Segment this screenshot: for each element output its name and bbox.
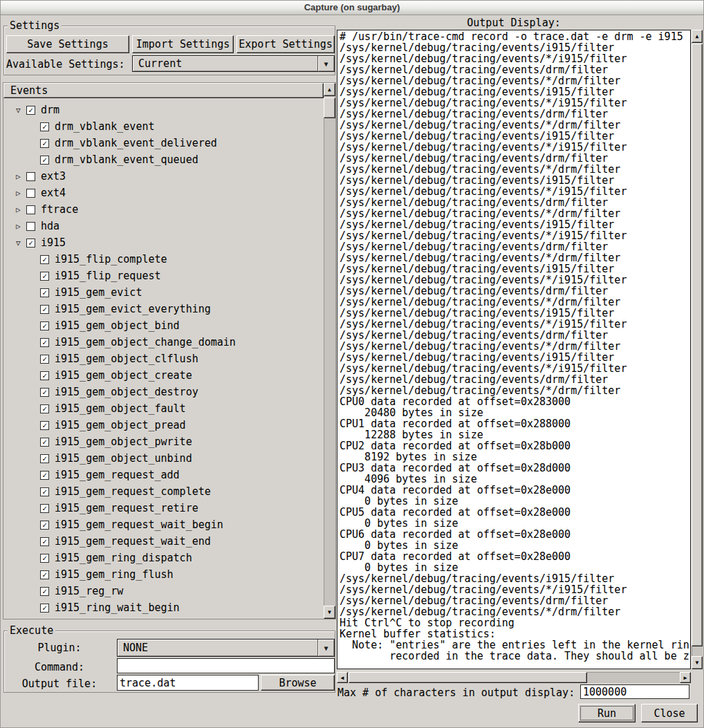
event-checkbox[interactable]: ✓ [40, 487, 49, 496]
tree-row[interactable]: ✓i915_gem_evict [3, 284, 324, 301]
event-checkbox[interactable]: ✓ [40, 156, 49, 165]
scroll-up-icon[interactable]: ▲ [324, 83, 335, 96]
expander-closed-icon[interactable]: ▷ [16, 205, 26, 214]
event-checkbox[interactable]: ✓ [40, 421, 49, 430]
event-checkbox[interactable]: ✓ [40, 321, 49, 330]
event-checkbox[interactable]: ✓ [40, 454, 49, 463]
settings-frame-label: Settings [8, 19, 62, 32]
scroll-down-icon[interactable]: ▼ [324, 606, 335, 619]
scroll-down-icon[interactable]: ▼ [692, 656, 703, 669]
event-checkbox[interactable]: ✓ [40, 587, 49, 596]
event-checkbox[interactable] [26, 222, 35, 231]
event-checkbox[interactable]: ✓ [40, 554, 49, 563]
event-checkbox[interactable]: ✓ [40, 122, 49, 131]
tree-row[interactable]: ▽✓drm [3, 102, 324, 118]
event-checkbox[interactable]: ✓ [40, 338, 49, 347]
output-display-box[interactable]: # /usr/bin/trace-cmd record -o trace.dat… [337, 30, 691, 669]
expander-closed-icon[interactable]: ▷ [16, 222, 26, 231]
tree-row[interactable]: ✓i915_flip_complete [3, 251, 324, 268]
events-scrollbar-thumb[interactable] [324, 97, 335, 118]
expander-open-icon[interactable]: ▽ [16, 106, 26, 115]
scroll-left-icon[interactable]: ◀ [337, 672, 348, 683]
tree-row[interactable]: ✓i915_gem_object_pread [3, 417, 324, 433]
event-checkbox[interactable]: ✓ [26, 239, 35, 248]
save-settings-button[interactable]: Save Settings [6, 35, 129, 53]
chevron-down-icon[interactable]: ▼ [317, 640, 334, 656]
tree-row[interactable]: ✓i915_gem_object_destroy [3, 384, 324, 400]
event-checkbox[interactable]: ✓ [40, 255, 49, 264]
output-vscrollbar-thumb[interactable] [692, 44, 703, 646]
tree-row[interactable]: ▷ftrace [3, 201, 324, 218]
expander-closed-icon[interactable]: ▷ [16, 172, 26, 181]
expander-closed-icon[interactable]: ▷ [16, 189, 26, 198]
plugin-combo[interactable]: NONE ▼ [117, 639, 335, 657]
tree-row[interactable]: ▷hda [3, 218, 324, 234]
available-settings-combo[interactable]: Current ▼ [132, 55, 335, 72]
event-checkbox[interactable]: ✓ [40, 305, 49, 314]
tree-row[interactable]: ✓drm_vblank_event_delivered [3, 135, 324, 151]
event-checkbox[interactable]: ✓ [40, 504, 49, 513]
browse-button[interactable]: Browse [261, 675, 335, 691]
output-file-input[interactable] [117, 675, 259, 691]
event-checkbox[interactable]: ✓ [40, 521, 49, 530]
event-checkbox[interactable]: ✓ [26, 106, 35, 115]
tree-row[interactable]: ✓i915_gem_object_bind [3, 317, 324, 334]
tree-row[interactable]: ✓i915_gem_request_wait_begin [3, 516, 324, 533]
scroll-right-icon[interactable]: ▶ [680, 672, 691, 683]
event-checkbox[interactable]: ✓ [40, 404, 49, 413]
tree-row[interactable]: ▷ext4 [3, 185, 324, 201]
tree-row[interactable]: ✓drm_vblank_event [3, 118, 324, 135]
scroll-up-icon[interactable]: ▲ [692, 30, 703, 43]
tree-row[interactable]: ▷ext3 [3, 168, 324, 185]
output-vscrollbar[interactable]: ▲ ▼ [692, 30, 703, 669]
tree-row[interactable]: ✓i915_gem_object_change_domain [3, 334, 324, 351]
command-input[interactable] [117, 658, 335, 673]
expander-open-icon[interactable]: ▽ [16, 239, 26, 248]
chevron-down-icon[interactable]: ▼ [317, 56, 334, 71]
tree-row[interactable]: ✓i915_ring_wait_begin [3, 599, 324, 616]
export-settings-button[interactable]: Export Settings [237, 35, 335, 53]
titlebar[interactable]: Capture (on sugarbay) [1, 1, 703, 15]
event-checkbox[interactable]: ✓ [40, 537, 49, 546]
events-column-header[interactable]: Events [3, 83, 324, 98]
tree-row[interactable]: ✓i915_gem_request_retire [3, 500, 324, 516]
event-checkbox[interactable]: ✓ [40, 438, 49, 447]
max-chars-label: Max # of characters in output display: [337, 687, 575, 699]
tree-row[interactable]: ✓i915_gem_request_complete [3, 483, 324, 500]
tree-row[interactable]: ✓i915_gem_request_add [3, 467, 324, 483]
tree-row[interactable]: ✓i915_gem_object_pwrite [3, 433, 324, 450]
events-scrollbar[interactable]: ▲ ▼ [324, 83, 335, 619]
close-button[interactable]: Close [641, 704, 698, 722]
event-checkbox[interactable]: ✓ [40, 388, 49, 397]
tree-row[interactable]: ✓i915_gem_evict_everything [3, 301, 324, 317]
tree-row[interactable]: ✓i915_gem_object_clflush [3, 351, 324, 367]
tree-row[interactable]: ✓i915_gem_request_wait_end [3, 533, 324, 550]
tree-row[interactable]: ✓i915_reg_rw [3, 583, 324, 599]
output-hscrollbar[interactable]: ◀ ▶ [337, 672, 691, 683]
import-settings-button[interactable]: Import Settings [132, 35, 234, 53]
tree-row[interactable]: ✓i915_flip_request [3, 268, 324, 284]
tree-row[interactable]: ✓i915_gem_ring_dispatch [3, 550, 324, 566]
event-checkbox[interactable]: ✓ [40, 570, 49, 579]
tree-row[interactable]: ✓i915_gem_ring_flush [3, 566, 324, 583]
event-checkbox[interactable] [26, 172, 35, 181]
max-chars-input[interactable] [580, 684, 689, 699]
tree-row[interactable]: ✓drm_vblank_event_queued [3, 151, 324, 168]
run-button[interactable]: Run [578, 704, 636, 722]
tree-row[interactable]: ✓i915_gem_object_unbind [3, 450, 324, 467]
tree-row[interactable]: ▽✓i915 [3, 234, 324, 251]
tree-row[interactable]: ✓i915_gem_object_fault [3, 400, 324, 417]
event-checkbox[interactable]: ✓ [40, 272, 49, 281]
output-text[interactable]: # /usr/bin/trace-cmd record -o trace.dat… [340, 31, 690, 662]
event-checkbox[interactable]: ✓ [40, 604, 49, 613]
event-checkbox[interactable]: ✓ [40, 471, 49, 480]
event-checkbox[interactable] [26, 189, 35, 198]
event-checkbox[interactable]: ✓ [40, 139, 49, 148]
events-tree[interactable]: ▽✓drm✓drm_vblank_event✓drm_vblank_event_… [3, 98, 324, 619]
event-checkbox[interactable] [26, 205, 35, 214]
event-checkbox[interactable]: ✓ [40, 371, 49, 380]
event-checkbox[interactable]: ✓ [40, 355, 49, 364]
event-checkbox[interactable]: ✓ [40, 288, 49, 297]
tree-row[interactable]: ✓i915_gem_object_create [3, 367, 324, 384]
output-hscrollbar-thumb[interactable] [349, 672, 587, 683]
